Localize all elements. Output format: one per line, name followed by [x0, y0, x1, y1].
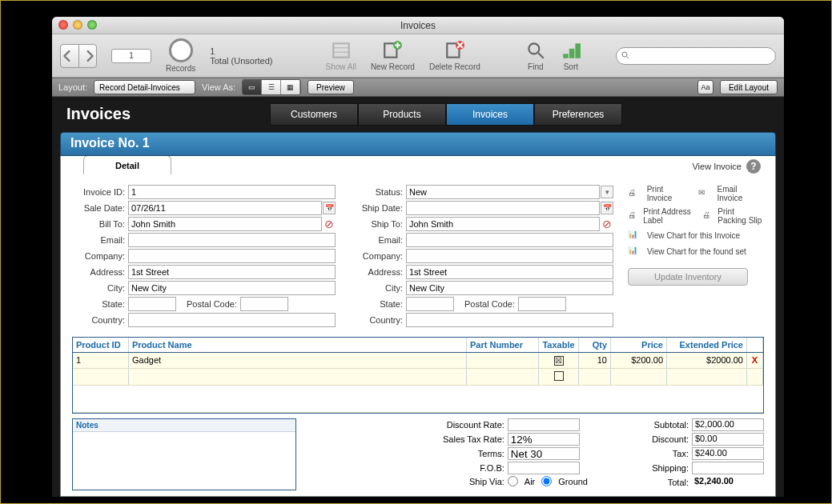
discount-rate-field[interactable] [508, 418, 580, 431]
close-icon[interactable] [58, 20, 68, 30]
update-inventory-button[interactable]: Update Inventory [628, 268, 748, 286]
bill-postal-field[interactable] [240, 297, 288, 311]
chart-icon: 📊 [628, 230, 642, 241]
terms-field[interactable] [508, 447, 580, 460]
app-window: Invoices 1 Records 1 Total (Unsorted) Sh… [52, 17, 784, 497]
record-pie-icon[interactable] [169, 38, 193, 62]
search-icon [621, 50, 630, 62]
ship-to-field[interactable] [406, 217, 600, 231]
svg-rect-9 [563, 54, 569, 58]
sales-tax-rate-field[interactable] [508, 433, 580, 446]
ship-ground-radio[interactable] [541, 476, 552, 486]
calendar-icon[interactable]: 📅 [323, 202, 336, 214]
tax-value: $240.00 [692, 447, 764, 460]
discount-value: $0.00 [692, 433, 764, 446]
line-item-row[interactable]: 1 Gadget ☒ 10 $200.00 $2000.00 X [73, 353, 763, 369]
preview-button[interactable]: Preview [307, 80, 354, 94]
ship-city-field[interactable] [406, 281, 613, 295]
tab-preferences[interactable]: Preferences [534, 103, 622, 126]
svg-point-7 [529, 43, 539, 54]
ship-postal-field[interactable] [518, 297, 566, 311]
view-as-toggle[interactable]: ▭ ☰ ▦ [242, 79, 301, 95]
clear-icon[interactable]: ⊘ [323, 218, 336, 230]
chart-found-link[interactable]: 📊View Chart for the found set [628, 246, 764, 257]
fob-field[interactable] [508, 462, 580, 474]
print-address-link[interactable]: 🖨Print Address Label [628, 207, 694, 225]
line-item-row-blank[interactable] [73, 369, 763, 386]
ship-company-field[interactable] [406, 249, 613, 263]
print-invoice-link[interactable]: 🖨Print Invoice [628, 185, 690, 202]
page-title: Invoices [66, 105, 131, 123]
bill-company-field[interactable] [128, 249, 336, 263]
ship-country-field[interactable] [406, 313, 613, 327]
bill-city-field[interactable] [128, 281, 336, 295]
sale-date-field[interactable] [128, 201, 322, 215]
view-list-icon[interactable]: ☰ [262, 80, 281, 94]
shipping-field[interactable] [692, 462, 764, 474]
layout-dropdown[interactable]: Record Detail-Invoices [94, 80, 195, 94]
total-value: $2,240.00 [692, 476, 764, 489]
delete-record-icon[interactable] [444, 40, 465, 61]
record-index-field[interactable]: 1 [111, 49, 151, 63]
new-record-icon[interactable] [382, 40, 403, 61]
bill-column: Invoice ID: Sale Date:📅 Bill To:⊘ Email:… [72, 185, 336, 329]
svg-rect-11 [575, 43, 581, 58]
delete-row-icon[interactable]: X [747, 353, 763, 368]
bill-email-field[interactable] [128, 233, 336, 247]
find-icon[interactable] [525, 40, 546, 61]
content-area: Invoices Customers Products Invoices Pre… [52, 97, 784, 497]
view-invoice-link[interactable]: View Invoice [692, 162, 742, 171]
detail-panel: Detail View Invoice ? Invoice ID: Sale D… [60, 156, 776, 497]
tab-products[interactable]: Products [358, 103, 446, 126]
bill-to-field[interactable] [128, 217, 322, 231]
ship-address-field[interactable] [406, 265, 613, 279]
bill-state-field[interactable] [128, 297, 176, 311]
svg-line-13 [627, 56, 629, 58]
subtotal-value: $2,000.00 [692, 418, 764, 431]
svg-rect-0 [333, 43, 349, 57]
status-bar: Layout: Record Detail-Invoices View As: … [52, 78, 784, 97]
envelope-icon: ✉ [698, 188, 713, 199]
dropdown-icon[interactable]: ▾ [601, 186, 613, 198]
bill-country-field[interactable] [128, 313, 336, 327]
zoom-icon[interactable] [87, 20, 97, 30]
help-icon[interactable]: ? [746, 159, 761, 174]
ship-date-field[interactable] [406, 201, 600, 215]
minimize-icon[interactable] [73, 20, 82, 30]
taxable-checkbox[interactable]: ☒ [554, 356, 564, 366]
window-title: Invoices [400, 20, 436, 31]
formatting-bar-toggle[interactable]: Aa [697, 80, 713, 94]
chart-icon: 📊 [628, 246, 642, 257]
clear-icon[interactable]: ⊘ [601, 218, 613, 230]
records-label: Records [166, 64, 195, 73]
notes-field[interactable]: Notes [72, 418, 296, 490]
view-form-icon[interactable]: ▭ [243, 80, 262, 94]
detail-tab[interactable]: Detail [83, 156, 171, 174]
show-all-icon[interactable] [331, 40, 352, 61]
calendar-icon[interactable]: 📅 [601, 202, 613, 214]
ship-air-radio[interactable] [508, 476, 518, 486]
edit-layout-button[interactable]: Edit Layout [720, 80, 778, 94]
ship-email-field[interactable] [406, 233, 613, 247]
email-invoice-link[interactable]: ✉Email Invoice [698, 185, 764, 202]
printer-icon: 🖨 [702, 210, 713, 222]
sort-icon[interactable] [561, 40, 581, 61]
toolbar: 1 Records 1 Total (Unsorted) Show All Ne… [52, 34, 784, 78]
ship-state-field[interactable] [406, 297, 454, 311]
line-items-table: Product ID Product Name Part Number Taxa… [72, 337, 764, 414]
print-packing-link[interactable]: 🖨Print Packing Slip [702, 207, 764, 225]
invoice-header: Invoice No. 1 [60, 132, 776, 156]
tab-invoices[interactable]: Invoices [446, 103, 534, 126]
layout-label: Layout: [58, 82, 87, 92]
invoice-id-field[interactable] [128, 185, 336, 199]
search-input[interactable] [616, 47, 776, 65]
titlebar: Invoices [52, 17, 784, 34]
bill-address-field[interactable] [128, 265, 336, 279]
tab-customers[interactable]: Customers [270, 103, 358, 126]
side-actions: 🖨Print Invoice ✉Email Invoice 🖨Print Add… [628, 185, 764, 329]
chart-invoice-link[interactable]: 📊View Chart for this Invoice [628, 230, 764, 241]
record-nav-arrows[interactable] [60, 44, 97, 68]
taxable-checkbox[interactable] [554, 371, 564, 381]
view-table-icon[interactable]: ▦ [281, 80, 300, 94]
status-field[interactable] [406, 185, 600, 199]
